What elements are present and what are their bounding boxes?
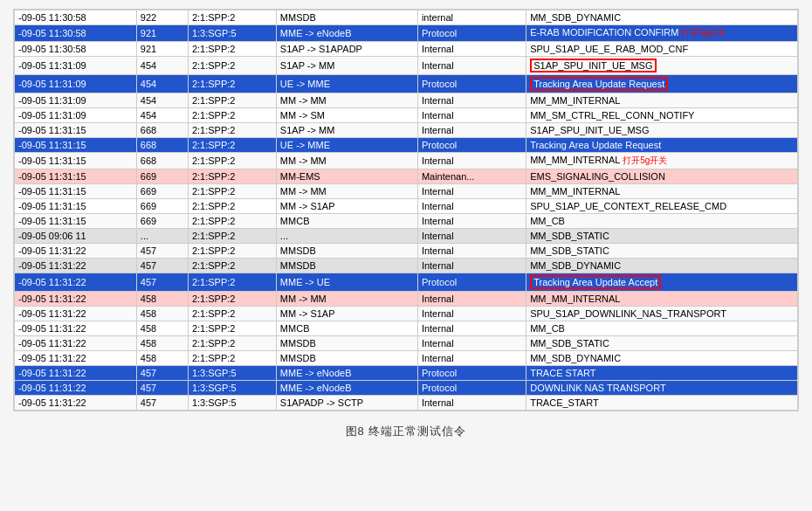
time-cell: -09-05 11:31:09: [15, 57, 137, 75]
node-cell: 2:1:SPP:2: [188, 229, 276, 244]
node-cell: 2:1:SPP:2: [188, 75, 276, 93]
node-cell: 2:1:SPP:2: [188, 57, 276, 75]
node-cell: 2:1:SPP:2: [188, 351, 276, 366]
table-row: -09-05 11:31:224571:3:SGP:5MME -> eNodeB…: [15, 381, 798, 396]
message-cell: S1AP_SPU_INIT_UE_MSG: [526, 57, 798, 75]
table-row: -09-05 11:31:224582:1:SPP:2MMSDBInternal…: [15, 351, 798, 366]
direction-cell: MM -> MM: [276, 153, 417, 169]
type-cell: Internal: [417, 42, 526, 57]
time-cell: -09-05 11:31:22: [15, 273, 137, 292]
message-cell: E-RAB MODIFICATION CONFIRM 打开5g开关: [526, 25, 798, 42]
message-cell: S1AP_SPU_INIT_UE_MSG: [526, 123, 798, 138]
time-cell: -09-05 11:31:09: [15, 75, 137, 93]
node-cell: 2:1:SPP:2: [188, 138, 276, 153]
id-cell: 458: [136, 336, 188, 351]
message-cell: MM_SDB_DYNAMIC: [526, 259, 798, 273]
time-cell: -09-05 11:31:22: [15, 351, 137, 366]
direction-cell: S1AP -> MM: [276, 57, 417, 75]
message-cell: MM_SM_CTRL_REL_CONN_NOTIFY: [526, 108, 798, 123]
id-cell: 668: [136, 153, 188, 169]
node-cell: 2:1:SPP:2: [188, 321, 276, 336]
message-cell: MM_MM_INTERNAL: [526, 292, 798, 307]
message-cell: SPU_S1AP_DOWNLINK_NAS_TRANSPORT: [526, 307, 798, 321]
node-cell: 1:3:SGP:5: [188, 396, 276, 411]
table-row: -09-05 11:31:156682:1:SPP:2MM -> MMInter…: [15, 153, 798, 169]
id-cell: 922: [136, 10, 188, 25]
message-cell: MM_SDB_STATIC: [526, 229, 798, 244]
table-row: -09-05 11:31:224582:1:SPP:2MMSDBInternal…: [15, 336, 798, 351]
node-cell: 2:1:SPP:2: [188, 108, 276, 123]
id-cell: 921: [136, 42, 188, 57]
id-cell: 669: [136, 199, 188, 214]
type-cell: Internal: [417, 307, 526, 321]
node-cell: 2:1:SPP:2: [188, 93, 276, 108]
time-cell: -09-05 11:31:15: [15, 199, 137, 214]
id-cell: 454: [136, 75, 188, 93]
node-cell: 1:3:SGP:5: [188, 366, 276, 381]
time-cell: -09-05 11:31:22: [15, 396, 137, 411]
message-cell: MM_SDB_STATIC: [526, 244, 798, 259]
table-row: -09-05 11:31:224582:1:SPP:2MMCBInternalM…: [15, 321, 798, 336]
table-row: -09-05 11:31:224571:3:SGP:5MME -> eNodeB…: [15, 366, 798, 381]
time-cell: -09-05 11:31:15: [15, 169, 137, 184]
direction-cell: MMCB: [276, 214, 417, 229]
table-row: -09-05 09:06 11...2:1:SPP:2...InternalMM…: [15, 229, 798, 244]
table-row: -09-05 11:31:156682:1:SPP:2S1AP -> MMInt…: [15, 123, 798, 138]
type-cell: Internal: [417, 93, 526, 108]
id-cell: 669: [136, 169, 188, 184]
direction-cell: MMSDB: [276, 351, 417, 366]
type-cell: Internal: [417, 199, 526, 214]
direction-cell: UE -> MME: [276, 138, 417, 153]
time-cell: -09-05 11:31:22: [15, 244, 137, 259]
message-cell: MM_CB: [526, 214, 798, 229]
direction-cell: MM -> MM: [276, 93, 417, 108]
id-cell: 458: [136, 321, 188, 336]
node-cell: 2:1:SPP:2: [188, 259, 276, 273]
message-cell: TRACE_START: [526, 396, 798, 411]
type-cell: Internal: [417, 123, 526, 138]
time-cell: -09-05 11:30:58: [15, 25, 137, 42]
message-cell: Tracking Area Update Request: [526, 138, 798, 153]
id-cell: 457: [136, 381, 188, 396]
type-cell: Protocol: [417, 381, 526, 396]
table-row: -09-05 11:31:224572:1:SPP:2MME -> UEProt…: [15, 273, 798, 292]
direction-cell: MM -> MM: [276, 292, 417, 307]
time-cell: -09-05 11:31:22: [15, 292, 137, 307]
node-cell: 2:1:SPP:2: [188, 42, 276, 57]
id-cell: 457: [136, 244, 188, 259]
node-cell: 2:1:SPP:2: [188, 273, 276, 292]
node-cell: 2:1:SPP:2: [188, 199, 276, 214]
direction-cell: ...: [276, 229, 417, 244]
node-cell: 2:1:SPP:2: [188, 169, 276, 184]
type-cell: Internal: [417, 184, 526, 199]
table-row: -09-05 11:31:224571:3:SGP:5S1APADP -> SC…: [15, 396, 798, 411]
type-cell: Internal: [417, 336, 526, 351]
direction-cell: MM -> S1AP: [276, 199, 417, 214]
message-cell: Tracking Area Update Accept: [526, 273, 798, 292]
time-cell: -09-05 11:31:15: [15, 138, 137, 153]
table-row: -09-05 11:30:589211:3:SGP:5MME -> eNodeB…: [15, 25, 798, 42]
direction-cell: MM -> MM: [276, 184, 417, 199]
direction-cell: MME -> eNodeB: [276, 366, 417, 381]
time-cell: -09-05 11:31:22: [15, 366, 137, 381]
type-cell: Protocol: [417, 75, 526, 93]
direction-cell: S1AP -> S1APADP: [276, 42, 417, 57]
direction-cell: S1APADP -> SCTP: [276, 396, 417, 411]
node-cell: 2:1:SPP:2: [188, 153, 276, 169]
type-cell: Protocol: [417, 366, 526, 381]
figure-caption: 图8 终端正常测试信令: [346, 424, 467, 439]
table-row: -09-05 11:31:156692:1:SPP:2MMCBInternalM…: [15, 214, 798, 229]
type-cell: Internal: [417, 351, 526, 366]
type-cell: Protocol: [417, 273, 526, 292]
time-cell: -09-05 11:31:22: [15, 307, 137, 321]
direction-cell: UE -> MME: [276, 75, 417, 93]
id-cell: 454: [136, 57, 188, 75]
table-row: -09-05 11:31:156682:1:SPP:2UE -> MMEProt…: [15, 138, 798, 153]
table-row: -09-05 11:31:156692:1:SPP:2MM -> MMInter…: [15, 184, 798, 199]
table-row: -09-05 11:31:156692:1:SPP:2MM-EMSMainten…: [15, 169, 798, 184]
direction-cell: MMSDB: [276, 259, 417, 273]
table-row: -09-05 11:31:224572:1:SPP:2MMSDBInternal…: [15, 259, 798, 273]
message-cell: MM_SDB_DYNAMIC: [526, 351, 798, 366]
direction-cell: MME -> eNodeB: [276, 25, 417, 42]
type-cell: Protocol: [417, 138, 526, 153]
